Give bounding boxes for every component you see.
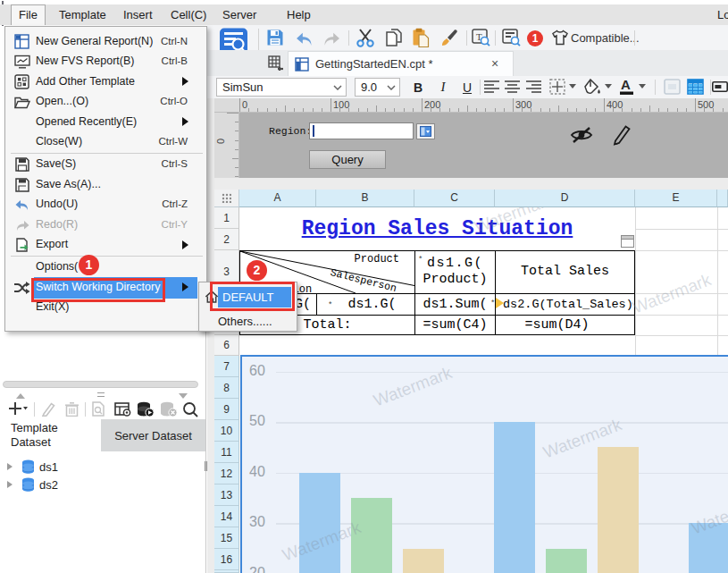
menubar-item-template[interactable]: Template [59, 4, 106, 25]
report-canvas[interactable]: Region Sales Situation Product Salespers… [239, 207, 728, 573]
cut-icon[interactable] [355, 29, 376, 47]
copy-icon[interactable] [385, 29, 404, 47]
font-family-select[interactable]: SimSun [216, 78, 347, 97]
message-count-badge[interactable]: 1 [527, 30, 543, 46]
border-icon[interactable] [549, 79, 565, 95]
menubar-item-server[interactable]: Server [222, 4, 256, 25]
row-header-16[interactable]: 16 [214, 549, 239, 570]
column-header-E[interactable]: E [635, 190, 717, 207]
chevron-down-icon[interactable] [569, 84, 576, 88]
undo-toolbar-icon[interactable] [295, 30, 314, 46]
panel-splitter[interactable] [0, 391, 205, 400]
tab-template-dataset[interactable]: TemplateDataset [0, 419, 101, 451]
edit-parameter-pane-icon[interactable] [611, 123, 632, 146]
merge-cell-icon[interactable] [664, 79, 681, 95]
tshirt-compatible-icon[interactable] [551, 29, 569, 46]
format-painter-icon[interactable] [440, 29, 459, 47]
column-header-A[interactable]: A [239, 190, 316, 207]
row-header-2[interactable]: 2 [214, 229, 239, 250]
expand-caret-icon[interactable] [7, 463, 13, 470]
file-menu-item-add-other-template[interactable]: Add Other Template [6, 72, 205, 92]
hide-parameter-pane-icon[interactable] [569, 125, 594, 145]
file-menu-item-export[interactable]: Export [6, 235, 205, 256]
cell-b4[interactable]: *ds1.G( [316, 293, 414, 315]
bold-button[interactable]: B [411, 78, 425, 97]
dataset-tree-item-ds2[interactable]: ds2 [0, 476, 205, 494]
cell-d5[interactable]: =sum(D4) [495, 315, 635, 335]
menubar-item-insert[interactable]: Insert [123, 4, 153, 25]
fill-color-icon[interactable] [584, 79, 601, 95]
database-run-icon[interactable] [137, 401, 155, 417]
file-menu-item-new-fvs-report-b[interactable]: New FVS Report(B)Ctrl-B [6, 52, 205, 72]
chevron-down-icon[interactable] [605, 84, 612, 88]
row-header-7[interactable]: 7 [214, 356, 239, 377]
column-header[interactable] [717, 190, 728, 207]
file-menu-item-open-o[interactable]: Open...(O)Ctrl-O [6, 92, 205, 113]
row-header-10[interactable]: 10 [214, 420, 239, 442]
chart-bar-series-tan-g2[interactable] [598, 447, 639, 573]
panel-divider[interactable] [205, 332, 206, 573]
menubar-item-file[interactable]: File [19, 4, 38, 25]
insert-table-icon[interactable] [687, 79, 704, 95]
divider-handle[interactable] [203, 459, 209, 473]
cell-c3[interactable]: *ds1.G(Product) [414, 250, 495, 293]
file-menu-item-close-w[interactable]: Close(W)Ctrl-W [6, 132, 205, 153]
row-header-9[interactable]: 9 [214, 399, 239, 420]
chart-bar-series-tan-g1[interactable] [403, 549, 444, 573]
add-dataset-button[interactable] [8, 401, 28, 416]
new-template-tab-button[interactable] [264, 53, 286, 73]
cell-d3[interactable]: Total Sales [495, 250, 635, 293]
login-link[interactable]: Lo [717, 4, 728, 25]
align-left-icon[interactable] [484, 80, 499, 93]
row-header-13[interactable]: 13 [214, 485, 239, 506]
cell-c4[interactable]: ds1.Sum( [414, 293, 495, 315]
collapse-up-icon[interactable] [16, 393, 25, 399]
menubar-item-cellc[interactable]: Cell(C) [171, 4, 206, 25]
widget-icon[interactable] [712, 81, 728, 92]
row-header-15[interactable]: 15 [214, 527, 239, 549]
collapse-down-icon[interactable] [179, 393, 188, 399]
italic-button[interactable]: I [438, 78, 448, 97]
menubar-item-help[interactable]: Help [287, 4, 311, 25]
document-tab[interactable]: GettingStartedEN.cpt * × [288, 51, 514, 76]
row-header-12[interactable]: 12 [214, 463, 239, 485]
compatible-label[interactable]: Compatible... [571, 31, 640, 45]
search-dataset-icon[interactable] [182, 401, 198, 417]
row-header-6[interactable]: 6 [214, 335, 239, 356]
chevron-down-icon[interactable] [639, 84, 646, 88]
row-header-1[interactable]: 1 [214, 207, 239, 229]
row-header-8[interactable]: 8 [214, 377, 239, 399]
column-header-B[interactable]: B [316, 190, 414, 207]
edit-dataset-icon[interactable] [41, 402, 56, 417]
paste-icon[interactable] [412, 28, 431, 47]
data-analysis-preview-icon[interactable] [502, 29, 521, 46]
report-title-cell[interactable]: Region Sales Situation [239, 207, 635, 250]
chart-bar-series-green-g2[interactable] [546, 549, 587, 573]
column-header-D[interactable]: D [495, 190, 635, 207]
cell-d4[interactable]: *ds2.G(Total_Sales) [495, 293, 635, 315]
preview-data-icon[interactable] [91, 401, 105, 417]
file-menu-item-new-general-report-n[interactable]: New General Report(N)Ctrl-N [6, 31, 205, 52]
file-menu-item-save-as-a[interactable]: Save As(A)... [6, 174, 205, 195]
floating-element-icon[interactable] [621, 235, 634, 248]
redo-toolbar-icon[interactable] [322, 30, 341, 46]
tab-close-icon[interactable]: × [489, 57, 501, 70]
chart-bar-series-blue-g2[interactable] [494, 422, 535, 573]
cell-c5[interactable]: =sum(C4) [414, 315, 495, 335]
horizontal-scrollbar[interactable] [3, 381, 198, 388]
font-color-icon[interactable]: A [619, 78, 634, 95]
file-menu-item-undo-u[interactable]: Undo(U)Ctrl-Z [6, 195, 205, 215]
region-dropdown-button[interactable] [416, 123, 435, 139]
sheet-select-all-corner[interactable] [214, 190, 239, 207]
file-menu-item-options[interactable]: Options( [6, 257, 205, 278]
dataset-tree-item-ds1[interactable]: ds1 [0, 459, 205, 476]
region-parameter-input[interactable] [309, 122, 414, 139]
database-disconnect-icon[interactable] [160, 401, 178, 417]
submenu-item-others[interactable]: Others...... [218, 315, 272, 328]
preview-icon[interactable]: T [472, 29, 490, 46]
tab-server-dataset[interactable]: Server Dataset [101, 419, 205, 451]
column-header-C[interactable]: C [414, 190, 495, 207]
font-size-select[interactable]: 9.0 [355, 78, 400, 97]
align-right-icon[interactable] [526, 80, 541, 93]
dataset-config-icon[interactable] [114, 401, 131, 417]
